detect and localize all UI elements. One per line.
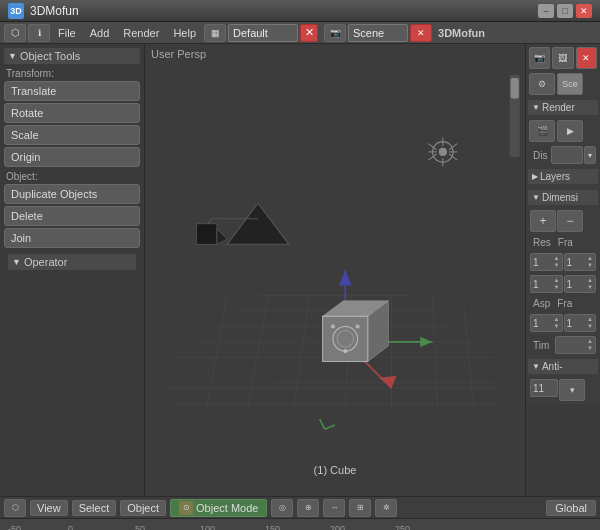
app-icon: 3D bbox=[8, 3, 24, 19]
delete-button[interactable]: Delete bbox=[4, 206, 140, 226]
menu-help[interactable]: Help bbox=[167, 25, 202, 41]
window-title: 3DMofun bbox=[30, 4, 538, 18]
object-mode-button[interactable]: ⊙ Object Mode bbox=[170, 499, 267, 517]
dis-field[interactable] bbox=[551, 146, 583, 164]
viewport-icon-btn[interactable]: ⬡ bbox=[4, 499, 26, 517]
vp-manipulator-icon[interactable]: ↔ bbox=[323, 499, 345, 517]
menubar: ⬡ ℹ File Add Render Help ▦ Default ✕ 📷 S… bbox=[0, 22, 600, 44]
render-cam-icon[interactable]: 📷 bbox=[529, 47, 550, 69]
scale-button[interactable]: Scale bbox=[4, 125, 140, 145]
app-name-label: 3DMofun bbox=[438, 27, 485, 39]
window-controls: – □ ✕ bbox=[538, 4, 592, 18]
rotate-button[interactable]: Rotate bbox=[4, 103, 140, 123]
tim-label: Tim bbox=[530, 339, 552, 352]
anti-section-header[interactable]: ▼ Anti- bbox=[528, 359, 598, 374]
duplicate-objects-button[interactable]: Duplicate Objects bbox=[4, 184, 140, 204]
res-fra-fields: 1 ▲▼ 1 ▲▼ bbox=[528, 252, 598, 272]
layout-selector[interactable]: Default bbox=[228, 24, 298, 42]
anti-arrow-btn[interactable]: ▾ bbox=[559, 379, 585, 401]
dim-minus[interactable]: − bbox=[557, 210, 583, 232]
right-icon-b[interactable]: Sce bbox=[557, 73, 583, 95]
res2-fra2-fields: 1 ▲▼ 1 ▲▼ bbox=[528, 274, 598, 294]
menu-add[interactable]: Add bbox=[84, 25, 116, 41]
timeline-area: -50 0 50 100 150 200 250 bbox=[0, 518, 600, 530]
translate-button[interactable]: Translate bbox=[4, 81, 140, 101]
blender-icon[interactable]: ⬡ bbox=[4, 24, 26, 42]
res2-field[interactable]: 1 ▲▼ bbox=[530, 275, 563, 293]
svg-point-30 bbox=[331, 324, 335, 328]
render-section-header: ▼ Render bbox=[528, 100, 598, 115]
ruler-mark-100: 100 bbox=[200, 524, 215, 530]
fra-field[interactable]: 1 ▲▼ bbox=[564, 253, 597, 271]
operator-arrow: ▼ bbox=[12, 257, 21, 267]
vp-layer-icon[interactable]: ⊞ bbox=[349, 499, 371, 517]
left-panel-content: ▼ Object Tools Transform: Translate Rota… bbox=[0, 44, 144, 496]
right-icon-row-1: 📷 🖼 ✕ bbox=[528, 46, 598, 70]
dis-row: Dis ▾ bbox=[528, 145, 598, 165]
anti-num-field[interactable]: 11 bbox=[530, 379, 558, 397]
origin-button[interactable]: Origin bbox=[4, 147, 140, 167]
3d-cube bbox=[323, 301, 389, 362]
res-field[interactable]: 1 ▲▼ bbox=[530, 253, 563, 271]
layout-close-button[interactable]: ✕ bbox=[300, 24, 318, 42]
scene-selector[interactable]: Scene bbox=[348, 24, 408, 42]
ruler-mark-150: 150 bbox=[265, 524, 280, 530]
right-panel-top: 📷 🖼 ✕ ⚙ Sce ▼ Render 🎬 ▶ Dis ▾ bbox=[526, 44, 600, 404]
object-tools-arrow: ▼ bbox=[8, 51, 17, 61]
render-btn-1[interactable]: 🎬 bbox=[529, 120, 555, 142]
dimensions-controls: + − bbox=[528, 209, 598, 233]
menu-render[interactable]: Render bbox=[117, 25, 165, 41]
vp-pivot-icon[interactable]: ⊕ bbox=[297, 499, 319, 517]
maximize-button[interactable]: □ bbox=[557, 4, 573, 18]
select-button[interactable]: Select bbox=[72, 500, 117, 516]
join-button[interactable]: Join bbox=[4, 228, 140, 248]
svg-point-31 bbox=[356, 324, 360, 328]
viewport[interactable]: User Persp bbox=[145, 44, 525, 496]
view-button[interactable]: View bbox=[30, 500, 68, 516]
object-menu-button[interactable]: Object bbox=[120, 500, 166, 516]
ruler-mark-0: 0 bbox=[68, 524, 73, 530]
render-buttons: 🎬 ▶ bbox=[528, 119, 598, 143]
dis-spin[interactable]: ▾ bbox=[584, 146, 596, 164]
layers-section-header[interactable]: ▶ Layers bbox=[528, 169, 598, 184]
info-icon[interactable]: ℹ bbox=[28, 24, 50, 42]
global-button[interactable]: Global bbox=[546, 500, 596, 516]
right-close-icon[interactable]: ✕ bbox=[576, 47, 597, 69]
dimensions-label: Dimensi bbox=[542, 192, 578, 203]
vp-prop-icon[interactable]: ✲ bbox=[375, 499, 397, 517]
layers-label: Layers bbox=[540, 171, 570, 182]
screen-layout-icon[interactable]: ▦ bbox=[204, 24, 226, 42]
close-button[interactable]: ✕ bbox=[576, 4, 592, 18]
res-row: Res Fra bbox=[528, 235, 598, 250]
right-icon-row-2: ⚙ Sce bbox=[528, 72, 598, 96]
fra2-field[interactable]: 1 ▲▼ bbox=[564, 275, 597, 293]
ruler-mark-50: -50 bbox=[8, 524, 21, 530]
asp-label: Asp bbox=[530, 297, 553, 310]
tim-row: Tim ▲▼ bbox=[528, 335, 598, 355]
render-image-icon[interactable]: 🖼 bbox=[552, 47, 573, 69]
scene-close-button[interactable]: ✕ bbox=[410, 24, 432, 42]
right-icon-a[interactable]: ⚙ bbox=[529, 73, 555, 95]
svg-rect-24 bbox=[323, 316, 368, 361]
vp-snap-icon[interactable]: ◎ bbox=[271, 499, 293, 517]
operator-header: ▼ Operator bbox=[8, 254, 136, 270]
fra3-label: Fra bbox=[554, 297, 575, 310]
render-icon-btn[interactable]: 📷 bbox=[324, 24, 346, 42]
menu-file[interactable]: File bbox=[52, 25, 82, 41]
ruler-mark-250: 250 bbox=[395, 524, 410, 530]
fra-label: Fra bbox=[555, 236, 576, 249]
minimize-button[interactable]: – bbox=[538, 4, 554, 18]
right-panel: 📷 🖼 ✕ ⚙ Sce ▼ Render 🎬 ▶ Dis ▾ bbox=[525, 44, 600, 496]
transform-label: Transform: bbox=[6, 68, 140, 79]
dis-label: Dis bbox=[530, 149, 550, 162]
fra3-field[interactable]: 1 ▲▼ bbox=[564, 314, 597, 332]
render-icon[interactable]: 📷 bbox=[324, 24, 346, 42]
dimensions-section-header[interactable]: ▼ Dimensi bbox=[528, 190, 598, 205]
dim-plus[interactable]: + bbox=[530, 210, 556, 232]
svg-rect-0 bbox=[145, 70, 525, 471]
object-label: Object: bbox=[6, 171, 140, 182]
anti-label: Anti- bbox=[542, 361, 563, 372]
asp-field[interactable]: 1 ▲▼ bbox=[530, 314, 563, 332]
tim-field[interactable]: ▲▼ bbox=[555, 336, 596, 354]
render-btn-2[interactable]: ▶ bbox=[557, 120, 583, 142]
